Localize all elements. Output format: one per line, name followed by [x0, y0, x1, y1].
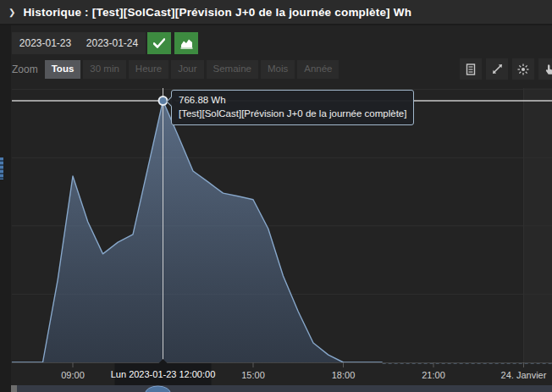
zoom-option-jour[interactable]: Jour — [171, 60, 203, 79]
collapse-chevron-icon[interactable]: ❯ — [8, 8, 15, 17]
historique-panel: ❯ Historique : [Test][SolCast][Prévision… — [0, 0, 552, 392]
zoom-option-annee[interactable]: Année — [297, 60, 339, 79]
zoom-option-heure[interactable]: Heure — [129, 60, 168, 79]
validate-button[interactable] — [147, 32, 171, 54]
zoom-option-mois[interactable]: Mois — [261, 60, 295, 79]
x-axis: 09:0015:0018:0021:0024. Janvier — [12, 362, 552, 380]
navigator-track — [11, 385, 552, 392]
plot-band-next-day — [524, 88, 552, 362]
resize-diagonal-button[interactable] — [486, 58, 508, 80]
sun-icon — [517, 63, 529, 75]
graph-button[interactable] — [174, 32, 198, 54]
table-list-button[interactable] — [460, 58, 482, 80]
history-chart[interactable]: 09:0015:0018:0021:0024. JanvierLun 2023-… — [0, 81, 552, 392]
area-chart-icon — [180, 38, 193, 49]
navigator — [11, 385, 552, 392]
hand-pointer-icon — [544, 63, 552, 75]
chart-tooltip: 766.88 Wh [Test][SolCast][Prévision J+0 … — [171, 90, 414, 125]
svg-text:15:00: 15:00 — [241, 370, 265, 380]
panel-header: ❯ Historique : [Test][SolCast][Prévision… — [0, 0, 552, 25]
hand-pointer-button[interactable] — [538, 58, 552, 80]
date-range-inputs: 2023-01-23 2023-01-24 — [12, 32, 146, 54]
table-list-icon — [466, 63, 476, 75]
navigator-handle — [11, 385, 17, 392]
zoom-label: Zoom — [12, 63, 38, 75]
chart-area-series — [12, 101, 552, 363]
panel-title: Historique : [Test][SolCast][Prévision J… — [23, 6, 411, 19]
start-date-input[interactable]: 2023-01-23 — [12, 37, 79, 49]
svg-text:09:00: 09:00 — [61, 370, 85, 380]
resize-diagonal-icon — [492, 63, 503, 75]
zoom-preset-bar: Zoom Tous 30 min Heure Jour Semaine Mois… — [12, 59, 341, 80]
check-icon — [153, 38, 165, 48]
zoom-option-30min[interactable]: 30 min — [83, 60, 126, 79]
tooltip-series: [Test][SolCast][Prévision J+0 de la jour… — [179, 108, 406, 121]
svg-text:21:00: 21:00 — [422, 370, 445, 380]
tooltip-value: 766.88 Wh — [179, 94, 406, 108]
zoom-option-tous[interactable]: Tous — [45, 60, 81, 79]
svg-text:18:00: 18:00 — [332, 370, 356, 380]
svg-text:Lun 2023-01-23 12:00:00: Lun 2023-01-23 12:00:00 — [111, 369, 216, 379]
zoom-option-semaine[interactable]: Semaine — [207, 60, 258, 79]
svg-text:24. Janvier: 24. Janvier — [501, 370, 547, 380]
sun-button[interactable] — [512, 58, 534, 80]
end-date-input[interactable]: 2023-01-24 — [79, 37, 146, 49]
